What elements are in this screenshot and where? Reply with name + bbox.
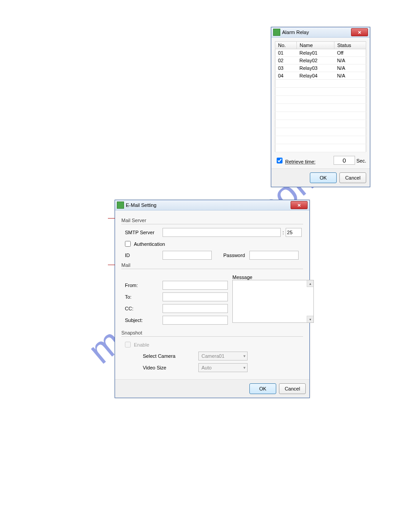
smtp-label: SMTP Server	[121, 230, 161, 235]
select-camera-dropdown[interactable]: Camera01 ▼	[198, 352, 248, 360]
retrieve-row: Retrieve time: Sec.	[275, 156, 366, 165]
table-row	[275, 120, 366, 128]
password-label: Password	[214, 253, 248, 258]
alarm-relay-dialog: Alarm Relay ✕ No. Name Status 01 Relay01…	[271, 27, 370, 187]
message-textarea[interactable]: ▴ ▾	[232, 280, 314, 323]
table-row	[275, 104, 366, 112]
retrieve-label: Retrieve time:	[285, 159, 316, 164]
cell-no: 01	[275, 49, 297, 57]
ok-button[interactable]: OK	[249, 383, 276, 394]
chevron-down-icon: ▼	[243, 354, 246, 358]
table-row	[275, 96, 366, 104]
password-input[interactable]	[249, 251, 299, 260]
video-size-value: Auto	[201, 365, 212, 370]
table-row	[275, 144, 366, 152]
id-input[interactable]	[163, 251, 212, 260]
video-size-dropdown[interactable]: Auto ▼	[198, 363, 248, 372]
id-label: ID	[121, 253, 161, 258]
scroll-down-icon[interactable]: ▾	[307, 316, 313, 322]
divider	[121, 224, 303, 224]
email-body: Mail Server SMTP Server : Authentication…	[115, 210, 309, 379]
section-mail: Mail	[121, 262, 303, 268]
alarm-buttons: OK Cancel	[271, 168, 370, 187]
retrieve-input[interactable]	[334, 156, 355, 165]
divider	[121, 269, 303, 269]
table-row[interactable]: 04 Relay04 N/A	[275, 72, 366, 80]
subject-input[interactable]	[163, 316, 228, 325]
enable-label: Enable	[134, 342, 149, 348]
cell-status: N/A	[334, 72, 366, 80]
auth-checkbox[interactable]	[125, 241, 131, 247]
table-row[interactable]: 01 Relay01 Off	[275, 49, 366, 57]
email-titlebar: E-Mail Setting ✕	[115, 200, 309, 210]
cc-label: CC:	[121, 306, 161, 311]
message-label: Message	[232, 275, 314, 280]
alarm-titlebar: Alarm Relay ✕	[271, 27, 370, 38]
table-row	[275, 80, 366, 88]
retrieve-checkbox[interactable]	[277, 158, 283, 163]
table-row[interactable]: 03 Relay03 N/A	[275, 64, 366, 72]
port-input[interactable]	[286, 228, 302, 237]
cell-name: Relay02	[297, 57, 334, 64]
cell-no: 03	[275, 64, 297, 72]
select-camera-value: Camera01	[201, 353, 224, 359]
table-row	[275, 136, 366, 144]
ok-button[interactable]: OK	[310, 172, 337, 183]
cell-status: N/A	[334, 64, 366, 72]
email-setting-dialog: E-Mail Setting ✕ Mail Server SMTP Server…	[115, 200, 310, 398]
alarm-title: Alarm Relay	[282, 30, 309, 35]
app-icon	[117, 202, 124, 209]
video-size-label: Video Size	[121, 365, 197, 370]
cell-name: Relay01	[297, 49, 334, 57]
table-row	[275, 88, 366, 96]
annotation-mark	[108, 218, 115, 219]
from-label: From:	[121, 283, 161, 288]
port-sep: :	[283, 230, 284, 235]
cell-status: Off	[334, 49, 366, 57]
select-camera-label: Select Camera	[121, 353, 197, 359]
to-label: To:	[121, 294, 161, 300]
cell-name: Relay04	[297, 72, 334, 80]
col-status[interactable]: Status	[334, 42, 366, 49]
cancel-button[interactable]: Cancel	[339, 172, 366, 183]
cell-no: 02	[275, 57, 297, 64]
cell-no: 04	[275, 72, 297, 80]
app-icon	[273, 29, 280, 36]
cancel-button[interactable]: Cancel	[279, 383, 306, 394]
table-row	[275, 128, 366, 136]
enable-checkbox[interactable]	[125, 342, 131, 348]
chevron-down-icon: ▼	[243, 366, 246, 370]
col-no[interactable]: No.	[275, 42, 297, 49]
retrieve-unit: Sec.	[356, 158, 366, 163]
alarm-body: No. Name Status 01 Relay01 Off 02 Relay0…	[271, 38, 370, 168]
section-mailserver: Mail Server	[121, 218, 303, 223]
section-snapshot: Snapshot	[121, 330, 303, 335]
cell-status: N/A	[334, 57, 366, 64]
auth-label: Authentication	[134, 241, 165, 247]
email-title: E-Mail Setting	[126, 202, 156, 208]
col-name[interactable]: Name	[297, 42, 334, 49]
table-row[interactable]: 02 Relay02 N/A	[275, 57, 366, 64]
annotation-mark	[108, 265, 115, 265]
from-input[interactable]	[163, 281, 228, 290]
alarm-table: No. Name Status 01 Relay01 Off 02 Relay0…	[275, 41, 366, 152]
close-icon[interactable]: ✕	[351, 28, 368, 36]
scroll-up-icon[interactable]: ▴	[307, 280, 313, 287]
smtp-input[interactable]	[163, 228, 281, 237]
email-buttons: OK Cancel	[115, 379, 309, 398]
divider	[121, 336, 303, 337]
cell-name: Relay03	[297, 64, 334, 72]
subject-label: Subject:	[121, 317, 161, 323]
close-icon[interactable]: ✕	[291, 201, 308, 209]
to-input[interactable]	[163, 292, 228, 301]
table-row	[275, 112, 366, 120]
cc-input[interactable]	[163, 304, 228, 313]
